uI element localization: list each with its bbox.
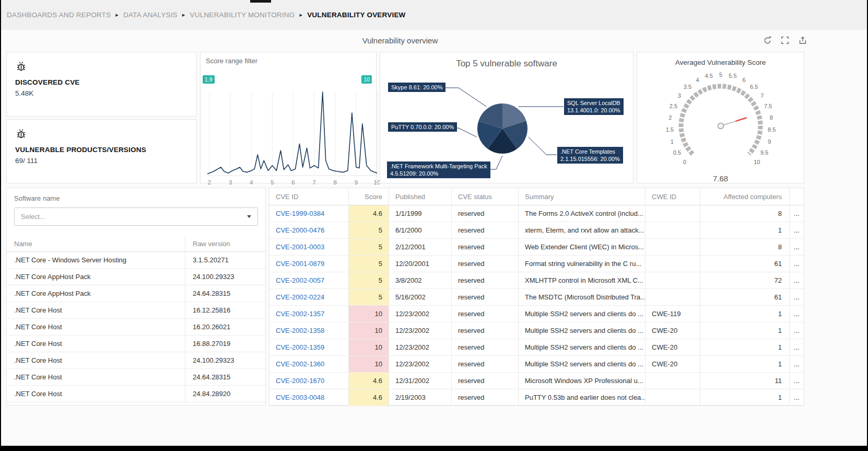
row-more-button[interactable]: ... xyxy=(790,256,804,272)
cve-table-header-summary[interactable]: Summary xyxy=(519,188,646,205)
cve-id-link[interactable]: CVE-2002-1359 xyxy=(276,343,324,351)
row-more-button[interactable]: ... xyxy=(790,322,804,339)
cve-id-link[interactable]: CVE-2002-0224 xyxy=(276,293,324,301)
software-table-row[interactable]: .NET Core Host 16.88.27019 xyxy=(7,336,265,352)
cwe-id-cell xyxy=(646,222,700,238)
software-table-header-raw-version[interactable]: Raw version xyxy=(185,236,265,251)
software-table-row[interactable]: .NET Core Host 24.84.28920 xyxy=(7,386,265,402)
raw-version-cell: 24.100.29323 xyxy=(185,352,265,368)
software-name-cell: .NET Core Host xyxy=(7,352,185,368)
row-more-button[interactable]: ... xyxy=(790,356,804,372)
cve-table-row[interactable]: CVE-2001-0003 5 2/12/2001 reserved Web E… xyxy=(269,239,804,256)
row-more-button[interactable]: ... xyxy=(790,222,804,238)
score-cell: 5 xyxy=(349,222,389,238)
software-table-row[interactable]: .NET Core AppHost Pack 24.64.28315 xyxy=(7,285,265,302)
pie-label-putty: PuTTY 0.70.0.0: 20.00% xyxy=(388,122,457,132)
svg-text:9: 9 xyxy=(355,179,358,186)
cve-table-header-affected-computers[interactable]: Affected computers xyxy=(700,188,790,205)
raw-version-cell: 16.20.26021 xyxy=(185,319,265,335)
cve-table-row[interactable]: CVE-2002-1357 10 12/23/2002 reserved Mul… xyxy=(269,306,804,322)
fullscreen-icon[interactable] xyxy=(779,34,791,46)
software-name-select[interactable]: Select... xyxy=(14,207,258,226)
software-name-cell: .NET Core Host xyxy=(7,319,185,335)
cve-table-header-cwe-id[interactable]: CWE ID xyxy=(646,188,700,205)
svg-text:8.5: 8.5 xyxy=(768,126,776,133)
cve-table-row[interactable]: CVE-1999-0384 4.6 1/1/1999 reserved The … xyxy=(269,205,804,222)
cve-id-link[interactable]: CVE-2001-0879 xyxy=(276,260,324,268)
cve-id-link[interactable]: CVE-2001-0003 xyxy=(276,243,324,251)
refresh-icon[interactable] xyxy=(761,34,773,46)
range-slider-handle-min[interactable]: 1.9 xyxy=(203,75,215,84)
affected-computers-cell: 61 xyxy=(700,256,790,272)
svg-text:5.5: 5.5 xyxy=(729,73,736,79)
software-table-row[interactable]: .NET Core Host 24.100.29323 xyxy=(7,352,265,369)
svg-text:7: 7 xyxy=(760,92,764,99)
software-name-cell: .NET Core Host xyxy=(7,386,185,402)
cve-id-link[interactable]: CVE-2002-1670 xyxy=(276,377,324,385)
software-name-label: Software name xyxy=(7,194,265,202)
cve-id-link[interactable]: CVE-2002-0057 xyxy=(276,276,324,284)
row-more-button[interactable]: ... xyxy=(790,205,804,222)
cve-id-link[interactable]: CVE-2002-1360 xyxy=(276,360,324,368)
software-filter-panel: Software name Select... Name Raw version… xyxy=(6,188,266,406)
cve-table-row[interactable]: CVE-2003-0048 4.6 2/19/2003 reserved PuT… xyxy=(269,389,804,406)
score-cell: 4.6 xyxy=(349,205,389,222)
row-more-button[interactable]: ... xyxy=(790,339,804,355)
software-table-row[interactable]: .NET Core Host 24.64.28315 xyxy=(7,369,265,386)
cve-table-row[interactable]: CVE-2002-1670 4.6 12/31/2002 reserved Mi… xyxy=(269,373,804,389)
row-more-button[interactable]: ... xyxy=(790,239,804,255)
score-cell: 10 xyxy=(349,339,389,355)
row-more-button[interactable]: ... xyxy=(790,306,804,322)
cve-status-cell: reserved xyxy=(452,289,519,305)
breadcrumb-separator-icon: ▸ xyxy=(299,11,302,18)
cwe-id-cell xyxy=(646,239,700,255)
cve-table-row[interactable]: CVE-2002-1358 10 12/23/2002 reserved Mul… xyxy=(269,322,804,339)
cve-status-cell: reserved xyxy=(452,205,519,222)
cve-id-link[interactable]: CVE-2003-0048 xyxy=(276,394,324,401)
cve-id-link[interactable]: CVE-2000-0476 xyxy=(276,226,324,234)
cve-table-header-published[interactable]: Published xyxy=(389,188,452,205)
svg-text:0: 0 xyxy=(683,159,686,165)
published-cell: 12/23/2002 xyxy=(389,306,452,322)
cve-table-header-cve-status[interactable]: CVE status xyxy=(452,188,519,205)
svg-text:5: 5 xyxy=(719,72,722,78)
range-slider-handle-max[interactable]: 10 xyxy=(361,75,372,84)
software-table-row[interactable]: .NET Core Host 16.12.25816 xyxy=(7,302,265,319)
breadcrumb: DASHBOARDS AND REPORTS ▸ DATA ANALYSIS ▸… xyxy=(1,0,867,30)
software-table-row[interactable]: .NET Core Host 16.20.26021 xyxy=(7,319,265,336)
summary-cell: The Forms 2.0 ActiveX control (includ... xyxy=(519,205,646,222)
cve-id-link[interactable]: CVE-1999-0384 xyxy=(276,210,324,217)
kpi-card-discovered-cve: DISCOVERED CVE 5.48K xyxy=(6,52,197,117)
svg-text:6: 6 xyxy=(742,77,745,83)
export-icon[interactable] xyxy=(797,34,808,46)
row-more-button[interactable]: ... xyxy=(790,389,804,406)
summary-cell: The MSDTC (Microsoft Distributed Tra... xyxy=(519,289,646,305)
cve-status-cell: reserved xyxy=(452,272,519,288)
cve-status-cell: reserved xyxy=(452,389,519,406)
affected-computers-cell: 1 xyxy=(700,389,790,406)
svg-text:10: 10 xyxy=(754,159,760,165)
row-more-button[interactable]: ... xyxy=(790,289,804,305)
kpi-cards-row: DISCOVERED CVE 5.48K VULNERABLE PRODUCTS… xyxy=(1,52,867,183)
software-name-cell: .NET Core AppHost Pack xyxy=(7,269,185,285)
cve-table-row[interactable]: CVE-2002-0057 5 3/8/2002 reserved XMLHTT… xyxy=(269,272,804,289)
row-more-button[interactable]: ... xyxy=(790,272,804,288)
pie-label-sql-server: SQL Server LocalDB 13.1.4001.0: 20.00% xyxy=(564,98,624,115)
breadcrumb-item-data-analysis[interactable]: DATA ANALYSIS xyxy=(123,11,178,19)
software-table-header-name[interactable]: Name xyxy=(7,236,185,251)
row-more-button[interactable]: ... xyxy=(790,373,804,389)
cve-id-link[interactable]: CVE-2002-1357 xyxy=(276,310,324,318)
cve-table-row[interactable]: CVE-2002-1359 10 12/23/2002 reserved Mul… xyxy=(269,339,804,356)
summary-cell: Multiple SSH2 servers and clients do ... xyxy=(519,356,646,372)
cve-table-row[interactable]: CVE-2002-0224 5 5/16/2002 reserved The M… xyxy=(269,289,804,306)
cve-table-row[interactable]: CVE-2000-0476 5 6/1/2000 reserved xterm,… xyxy=(269,222,804,239)
svg-text:6.5: 6.5 xyxy=(749,84,757,90)
cve-table-row[interactable]: CVE-2002-1360 10 12/23/2002 reserved Mul… xyxy=(269,356,804,373)
software-table-row[interactable]: .NET Core - Windows Server Hosting 3.1.5… xyxy=(7,252,265,269)
breadcrumb-item-vulnerability-monitoring[interactable]: VULNERABILITY MONITORING xyxy=(190,11,295,19)
raw-version-cell: 3.1.5.20271 xyxy=(185,252,265,268)
cve-id-link[interactable]: CVE-2002-1358 xyxy=(276,327,324,334)
software-table-row[interactable]: .NET Core AppHost Pack 24.100.29323 xyxy=(7,269,265,285)
cve-table-row[interactable]: CVE-2001-0879 5 12/20/2001 reserved Form… xyxy=(269,256,804,272)
breadcrumb-item-dashboards[interactable]: DASHBOARDS AND REPORTS xyxy=(7,11,111,19)
